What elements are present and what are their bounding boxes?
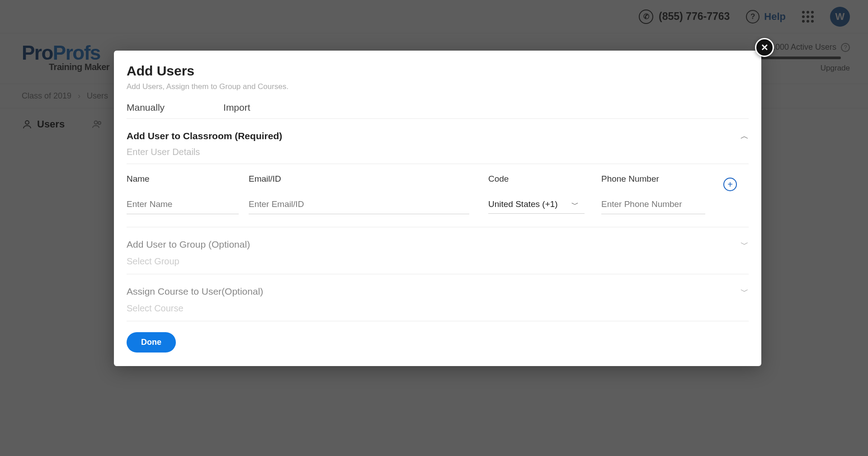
add-row-button[interactable]: + <box>723 178 737 191</box>
code-label: Code <box>488 174 601 184</box>
plus-icon: + <box>727 179 733 190</box>
chevron-down-icon: ﹀ <box>741 286 749 297</box>
name-input[interactable] <box>127 197 239 214</box>
chevron-up-icon: ︿ <box>741 131 749 141</box>
close-button[interactable]: ✕ <box>755 38 774 57</box>
section-group-title: Add User to Group (Optional) <box>127 239 250 250</box>
tab-manually[interactable]: Manually <box>127 102 165 113</box>
phone-input[interactable] <box>601 197 705 214</box>
close-icon: ✕ <box>761 43 769 52</box>
done-button[interactable]: Done <box>127 332 176 353</box>
user-details-row: Name Email/ID Code United States (+1) ﹀ … <box>127 174 749 227</box>
chevron-down-icon: ﹀ <box>741 239 749 250</box>
modal-subtitle: Add Users, Assign them to Group and Cour… <box>127 82 749 91</box>
section-course-header[interactable]: Assign Course to User(Optional) ﹀ <box>127 286 749 297</box>
modal-title: Add Users <box>127 63 749 79</box>
section-course-subtitle: Select Course <box>127 303 749 321</box>
email-label: Email/ID <box>249 174 488 184</box>
section-group-subtitle: Select Group <box>127 256 749 274</box>
section-course-title: Assign Course to User(Optional) <box>127 286 263 297</box>
phone-label: Phone Number <box>601 174 714 184</box>
email-input[interactable] <box>249 197 469 214</box>
add-users-modal: ✕ Add Users Add Users, Assign them to Gr… <box>114 51 761 366</box>
section-group: Add User to Group (Optional) ﹀ Select Gr… <box>127 239 749 274</box>
section-classroom-title: Add User to Classroom (Required) <box>127 131 282 141</box>
section-course: Assign Course to User(Optional) ﹀ Select… <box>127 286 749 321</box>
name-label: Name <box>127 174 249 184</box>
section-classroom-header[interactable]: Add User to Classroom (Required) ︿ <box>127 131 749 141</box>
section-classroom-subtitle: Enter User Details <box>127 147 749 164</box>
tab-import[interactable]: Import <box>223 102 250 113</box>
modal-tabs: Manually Import <box>127 102 749 119</box>
country-code-select[interactable]: United States (+1) <box>488 197 585 214</box>
section-group-header[interactable]: Add User to Group (Optional) ﹀ <box>127 239 749 250</box>
